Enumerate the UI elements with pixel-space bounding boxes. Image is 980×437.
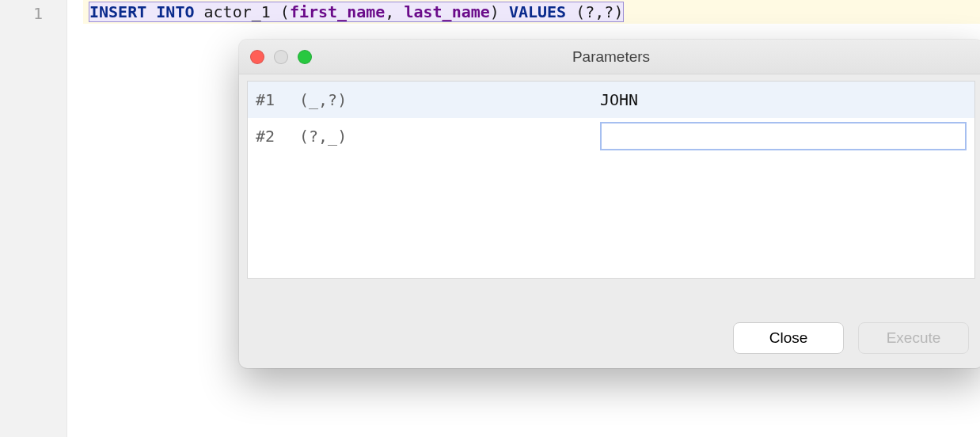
- param-index: #1: [256, 90, 299, 109]
- param-hint: (?,_): [299, 127, 600, 146]
- parameter-row-1[interactable]: #1 (_,?) JOHN: [248, 82, 974, 118]
- sql-keyword-values: VALUES: [509, 2, 566, 21]
- sql-keyword-insert: INSERT: [89, 2, 146, 21]
- sql-table-name: actor_1: [204, 2, 271, 21]
- parameter-row-2[interactable]: #2 (?,_): [248, 118, 974, 154]
- param-hint: (_,?): [299, 90, 600, 109]
- sql-keyword-into: INTO: [156, 2, 194, 21]
- line-number: 1: [0, 2, 66, 25]
- dialog-title: Parameters: [572, 48, 650, 66]
- close-button[interactable]: Close: [733, 322, 844, 354]
- param-index: #2: [256, 127, 299, 146]
- zoom-window-icon[interactable]: [298, 50, 312, 64]
- code-line-1[interactable]: INSERT INTO actor_1 (first_name, last_na…: [83, 0, 980, 24]
- window-controls: [250, 50, 312, 64]
- code-editor[interactable]: INSERT INTO actor_1 (first_name, last_na…: [67, 0, 980, 437]
- execute-button: Execute: [858, 322, 969, 354]
- sql-column-2: last_name: [404, 2, 489, 21]
- dialog-footer: Close Execute: [239, 308, 980, 368]
- parameters-dialog: Parameters #1 (_,?) JOHN #2 (?,_) Close …: [239, 40, 980, 368]
- close-window-icon[interactable]: [250, 50, 264, 64]
- parameter-list: #1 (_,?) JOHN #2 (?,_): [247, 81, 975, 279]
- dialog-titlebar[interactable]: Parameters: [239, 40, 980, 74]
- param-value-input[interactable]: [600, 122, 967, 150]
- param-value-display[interactable]: JOHN: [600, 90, 967, 109]
- editor-gutter: 1: [0, 0, 67, 437]
- minimize-window-icon: [274, 50, 288, 64]
- sql-column-1: first_name: [290, 2, 385, 21]
